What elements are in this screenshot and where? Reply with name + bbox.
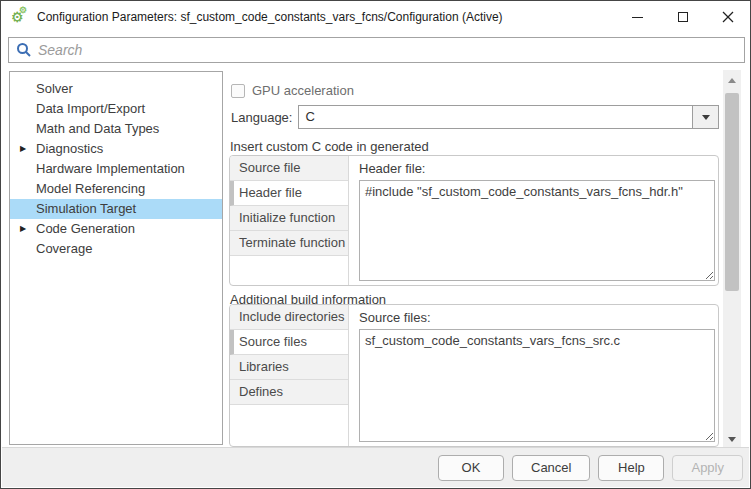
sidebar-item-label: Model Referencing <box>36 181 145 196</box>
sidebar-item-data-import-export[interactable]: Data Import/Export <box>10 99 222 119</box>
sidebar-item-label: Coverage <box>36 241 92 256</box>
scrollbar-thumb[interactable] <box>725 93 739 291</box>
sidebar-item-solver[interactable]: Solver <box>10 79 222 99</box>
search-icon <box>16 42 32 58</box>
language-select[interactable]: C <box>298 105 719 129</box>
minimize-button[interactable] <box>615 1 660 33</box>
dialog-button-bar: OK Cancel Help Apply <box>2 447 749 487</box>
maximize-icon <box>678 12 688 22</box>
scroll-up-button[interactable] <box>723 72 741 88</box>
sidebar-item-model-referencing[interactable]: Model Referencing <box>10 179 222 199</box>
header-file-label: Header file: <box>359 161 708 176</box>
scroll-down-button[interactable] <box>723 431 741 447</box>
close-button[interactable] <box>705 1 750 33</box>
build-info-tab-list: Include directories Source files Librari… <box>230 305 349 446</box>
close-icon <box>722 11 734 23</box>
language-dropdown-button[interactable] <box>692 106 718 128</box>
sidebar-item-simulation-target[interactable]: Simulation Target <box>10 199 222 219</box>
source-files-textarea[interactable]: sf_custom_code_constants_vars_fcns_src.c <box>359 329 715 442</box>
sidebar-item-coverage[interactable]: Coverage <box>10 239 222 259</box>
tab-initialize-function[interactable]: Initialize function <box>230 206 348 231</box>
build-info-groupbox: Include directories Source files Librari… <box>229 304 719 447</box>
gpu-acceleration-label: GPU acceleration <box>252 83 354 98</box>
tab-defines[interactable]: Defines <box>230 380 348 405</box>
tab-include-directories[interactable]: Include directories <box>230 305 348 330</box>
sidebar-item-label: Hardware Implementation <box>36 161 185 176</box>
vertical-scrollbar[interactable] <box>723 70 741 449</box>
sidebar-item-label: Simulation Target <box>36 201 136 216</box>
apply-button[interactable]: Apply <box>672 455 743 481</box>
language-label: Language: <box>231 110 292 125</box>
sidebar-item-label: Code Generation <box>36 221 135 236</box>
header-file-pane: Header file: #include "sf_custom_code_co… <box>349 156 718 285</box>
chevron-down-icon <box>702 115 710 120</box>
sidebar-item-label: Diagnostics <box>36 141 103 156</box>
window-title: Configuration Parameters: sf_custom_code… <box>37 10 503 24</box>
tab-source-files[interactable]: Source files <box>230 330 348 355</box>
chevron-right-icon[interactable]: ▶ <box>20 139 32 159</box>
settings-panel: GPU acceleration Language: C Insert cust… <box>229 67 721 449</box>
header-file-textarea[interactable]: #include "sf_custom_code_constants_vars_… <box>359 180 715 281</box>
source-files-pane: Source files: sf_custom_code_constants_v… <box>349 305 718 446</box>
custom-code-tab-list: Source file Header file Initialize funct… <box>230 156 349 285</box>
minimize-icon <box>632 17 643 18</box>
tab-header-file[interactable]: Header file <box>230 181 348 206</box>
gpu-acceleration-checkbox[interactable] <box>231 84 245 98</box>
tab-terminate-function[interactable]: Terminate function <box>230 231 348 256</box>
chevron-right-icon[interactable]: ▶ <box>20 219 32 239</box>
search-bar <box>8 37 745 63</box>
sidebar-item-hardware-implementation[interactable]: Hardware Implementation <box>10 159 222 179</box>
ok-button[interactable]: OK <box>438 455 504 481</box>
triangle-down-icon <box>728 437 736 442</box>
sidebar-item-label: Solver <box>36 81 73 96</box>
sidebar-item-label: Math and Data Types <box>36 121 159 136</box>
custom-code-groupbox: Source file Header file Initialize funct… <box>229 155 719 286</box>
sidebar-item-label: Data Import/Export <box>36 101 145 116</box>
maximize-button[interactable] <box>660 1 705 33</box>
source-files-label: Source files: <box>359 310 708 325</box>
configuration-parameters-dialog: ⚙⚙ Configuration Parameters: sf_custom_c… <box>0 0 751 489</box>
language-value: C <box>299 106 692 128</box>
category-tree: Solver Data Import/Export Math and Data … <box>9 71 223 445</box>
title-bar: ⚙⚙ Configuration Parameters: sf_custom_c… <box>1 1 750 33</box>
sidebar-item-code-generation[interactable]: ▶ Code Generation <box>10 219 222 239</box>
sidebar-item-math-and-data-types[interactable]: Math and Data Types <box>10 119 222 139</box>
cancel-button[interactable]: Cancel <box>512 455 590 481</box>
tab-libraries[interactable]: Libraries <box>230 355 348 380</box>
triangle-up-icon <box>728 78 736 83</box>
help-button[interactable]: Help <box>598 455 664 481</box>
gear-icon: ⚙⚙ <box>11 8 29 26</box>
custom-code-section-heading: Insert custom C code in generated <box>230 139 429 154</box>
tab-source-file[interactable]: Source file <box>230 156 348 181</box>
search-input[interactable] <box>32 39 744 61</box>
sidebar-item-diagnostics[interactable]: ▶ Diagnostics <box>10 139 222 159</box>
